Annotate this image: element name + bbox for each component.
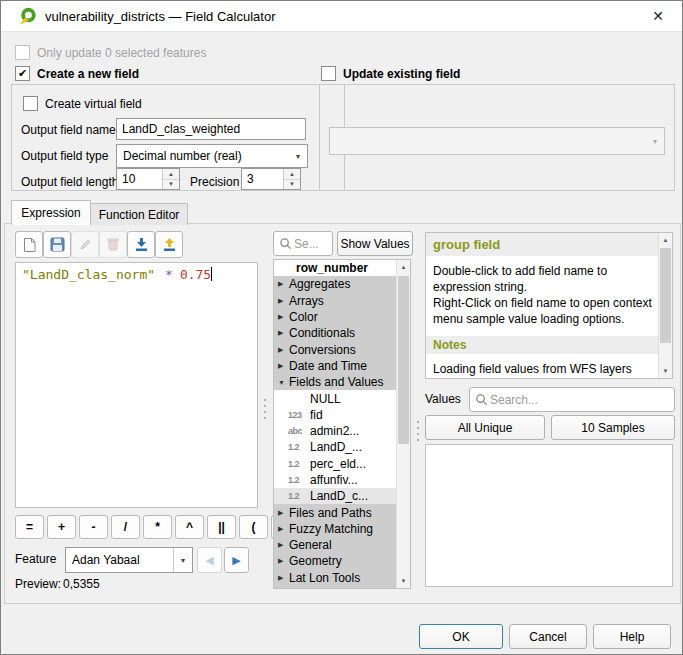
tree-item-label: Map Layers	[289, 587, 352, 589]
output-field-type-select[interactable]: Decimal number (real) ▼	[116, 144, 308, 168]
function-tree-rows: row_number▶Aggregates▶Arrays▶Color▶Condi…	[274, 260, 397, 589]
tree-item-null[interactable]: NULL	[274, 390, 397, 406]
save-expression-icon	[50, 237, 65, 252]
cancel-button[interactable]: Cancel	[509, 624, 587, 649]
tree-item-affunfiv[interactable]: 1.2affunfiv...	[274, 472, 397, 488]
update-existing-field-checkbox[interactable]: Update existing field	[321, 66, 460, 81]
text-cursor	[211, 267, 212, 281]
tree-item-general[interactable]: ▶General	[274, 537, 397, 553]
expand-icon[interactable]: ▶	[274, 541, 289, 549]
tree-scrollbar[interactable]: ▲ ▼	[396, 260, 410, 588]
ok-button[interactable]: OK	[419, 624, 503, 649]
expand-icon[interactable]: ▶	[274, 280, 289, 288]
create-new-field-checkbox[interactable]: ✔ Create a new field	[15, 66, 139, 81]
decimal-field-icon: 1.2	[288, 475, 310, 485]
spin-up-icon[interactable]: ▲	[284, 169, 300, 180]
divide-operator-button[interactable]: /	[111, 515, 140, 539]
ten-samples-button[interactable]: 10 Samples	[551, 415, 675, 440]
precision-spinner[interactable]: ▲ ▼	[241, 168, 301, 190]
tree-item-label: perc_eld...	[310, 457, 366, 471]
tree-item-label: Conversions	[289, 343, 356, 357]
help-button[interactable]: Help	[593, 624, 671, 649]
function-search-box[interactable]	[273, 231, 333, 256]
feature-select[interactable]: Adan Yabaal ▼	[65, 547, 193, 573]
expression-editor[interactable]: "LandD_clas_norm"*0.75	[15, 262, 258, 508]
tree-item-conversions[interactable]: ▶Conversions	[274, 341, 397, 357]
help-scrollbar[interactable]: ▲ ▼	[658, 233, 672, 378]
splitter-handle[interactable]	[263, 399, 266, 419]
tree-item-date-and-time[interactable]: ▶Date and Time	[274, 358, 397, 374]
multiply-operator-button[interactable]: *	[143, 515, 172, 539]
help-notes-text: Loading field values from WFS layers isn…	[433, 361, 652, 379]
splitter-handle[interactable]	[416, 421, 419, 441]
tab-function-editor[interactable]: Function Editor	[90, 203, 188, 225]
equals-operator-button[interactable]: =	[15, 515, 44, 539]
tree-item-perc-eld[interactable]: 1.2perc_eld...	[274, 456, 397, 472]
tree-item-fields-and-values[interactable]: ▼Fields and Values	[274, 374, 397, 390]
minus-operator-button[interactable]: -	[79, 515, 108, 539]
scroll-up-icon[interactable]: ▲	[397, 260, 410, 274]
expand-icon[interactable]: ▶	[274, 509, 289, 517]
all-unique-button[interactable]: All Unique	[425, 415, 545, 440]
values-list[interactable]	[425, 444, 673, 587]
tree-item-lat-lon-tools[interactable]: ▶Lat Lon Tools	[274, 570, 397, 586]
scrollbar-thumb[interactable]	[660, 248, 671, 343]
spin-down-icon[interactable]: ▼	[284, 180, 300, 190]
expand-icon[interactable]: ▶	[274, 557, 289, 565]
scroll-up-icon[interactable]: ▲	[659, 233, 672, 247]
import-expression-button[interactable]	[127, 231, 155, 258]
tree-item-files-and-paths[interactable]: ▶Files and Paths	[274, 504, 397, 520]
expand-icon[interactable]: ▶	[274, 525, 289, 533]
delete-expression-button	[99, 231, 127, 258]
scrollbar-thumb[interactable]	[398, 276, 409, 444]
expand-icon[interactable]: ▶	[274, 574, 289, 582]
tree-item-arrays[interactable]: ▶Arrays	[274, 293, 397, 309]
edit-expression-icon	[78, 237, 93, 252]
expand-icon[interactable]: ▶	[274, 313, 289, 321]
tree-item-geometry[interactable]: ▶Geometry	[274, 553, 397, 569]
tab-expression[interactable]: Expression	[11, 200, 91, 225]
tree-item-aggregates[interactable]: ▶Aggregates	[274, 276, 397, 292]
plus-operator-button[interactable]: +	[47, 515, 76, 539]
search-icon	[475, 393, 488, 406]
next-arrow-icon: ▶	[232, 554, 240, 567]
tree-item-fid[interactable]: 123fid	[274, 407, 397, 423]
values-search-box[interactable]	[469, 387, 675, 412]
expression-number-token: 0.75	[180, 267, 211, 282]
scroll-down-icon[interactable]: ▼	[659, 364, 672, 378]
concat-operator-button[interactable]: ||	[207, 515, 236, 539]
spin-up-icon[interactable]: ▲	[163, 169, 179, 180]
export-expression-button[interactable]	[155, 231, 183, 258]
close-button[interactable]: ✕	[640, 3, 676, 29]
tree-item-map-layers[interactable]: ▶Map Layers	[274, 586, 397, 589]
show-values-button[interactable]: Show Values	[337, 231, 413, 256]
new-expression-button[interactable]	[15, 231, 43, 258]
power-operator-button[interactable]: ^	[175, 515, 204, 539]
next-feature-button[interactable]: ▶	[224, 547, 249, 573]
scroll-down-icon[interactable]: ▼	[397, 574, 410, 588]
expand-icon[interactable]: ▶	[274, 297, 289, 305]
output-field-name-input[interactable]	[116, 118, 306, 140]
expand-icon[interactable]: ▶	[274, 362, 289, 370]
tree-item-conditionals[interactable]: ▶Conditionals	[274, 325, 397, 341]
tree-item-color[interactable]: ▶Color	[274, 309, 397, 325]
tree-item-fuzzy-matching[interactable]: ▶Fuzzy Matching	[274, 521, 397, 537]
expand-icon[interactable]: ▶	[274, 346, 289, 354]
tree-item-landd[interactable]: 1.2LandD_...	[274, 439, 397, 455]
open-paren-operator-button[interactable]: (	[239, 515, 268, 539]
function-search-input[interactable]	[294, 237, 332, 251]
output-field-length-spinner[interactable]: ▲ ▼	[116, 168, 180, 190]
collapse-icon[interactable]: ▼	[274, 379, 289, 386]
values-search-input[interactable]	[490, 393, 674, 407]
spin-down-icon[interactable]: ▼	[163, 180, 179, 190]
tree-item-landd-c[interactable]: 1.2LandD_c...	[274, 488, 397, 504]
tree-item-row-number[interactable]: row_number	[274, 260, 397, 276]
create-virtual-field-checkbox[interactable]: Create virtual field	[23, 96, 142, 111]
save-expression-button[interactable]	[43, 231, 71, 258]
text-field-icon: abc	[288, 426, 310, 436]
expand-icon[interactable]: ▶	[274, 329, 289, 337]
tree-item-admin2[interactable]: abcadmin2...	[274, 423, 397, 439]
precision-label: Precision	[190, 175, 239, 189]
tree-item-label: Date and Time	[289, 359, 367, 373]
chevron-down-icon: ▼	[646, 138, 664, 145]
